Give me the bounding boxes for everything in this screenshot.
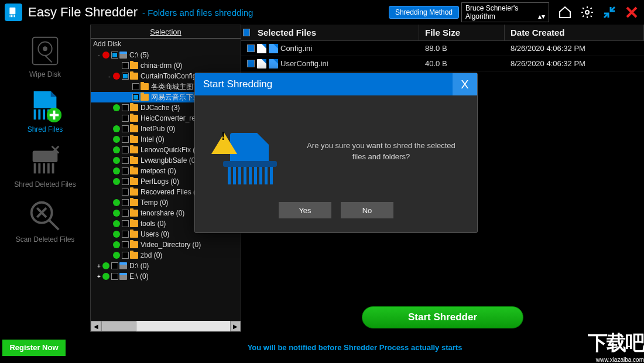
tree-checkbox[interactable] [111, 52, 118, 59]
select-all-checkbox[interactable] [241, 25, 252, 40]
expander-icon[interactable] [106, 231, 113, 238]
settings-gear-icon[interactable] [580, 5, 595, 20]
dialog-no-button[interactable]: No [341, 202, 393, 218]
scroll-thumb[interactable] [101, 321, 136, 331]
tree-row[interactable]: Video_Directory (0) [91, 239, 241, 250]
algorithm-select[interactable]: Bruce Schneier's Algorithm ▴▾ [461, 2, 549, 22]
file-row[interactable]: Config.ini88.0 B8/26/2020 4:06:32 PM [241, 41, 644, 56]
tree-row[interactable]: zbd (0) [91, 250, 241, 261]
tree-label: LenovoQuickFix (0) [141, 146, 201, 154]
folder-icon [130, 189, 138, 196]
close-icon[interactable] [624, 5, 639, 20]
dialog-close-button[interactable]: X [453, 73, 477, 95]
dialog-warning-shred-icon: ! [210, 119, 286, 183]
nav-shred-files[interactable]: Shred Files [0, 87, 90, 133]
expander-icon[interactable] [106, 199, 113, 206]
tree-h-scrollbar[interactable]: ◀ ▶ [91, 321, 241, 331]
expander-icon[interactable]: - [106, 73, 113, 80]
tree-checkbox[interactable] [122, 189, 129, 196]
file-row[interactable]: UserConfig.ini40.0 B8/26/2020 4:06:32 PM [241, 56, 644, 71]
expander-icon[interactable] [106, 252, 113, 259]
svg-rect-16 [33, 151, 58, 162]
scroll-right-icon[interactable]: ▶ [230, 321, 241, 331]
expander-icon[interactable] [106, 157, 113, 164]
status-dot-icon [113, 157, 120, 164]
expander-icon[interactable] [117, 94, 124, 101]
start-shredder-button[interactable]: Start Shredder [362, 306, 523, 328]
expander-icon[interactable] [106, 104, 113, 111]
tree-checkbox[interactable] [132, 83, 139, 90]
app-title: Easy File Shredder [28, 5, 138, 20]
expander-icon[interactable] [106, 146, 113, 153]
minimize-icon[interactable] [602, 5, 617, 20]
shredding-method-button[interactable]: Shredding Method [389, 6, 459, 19]
tree-checkbox[interactable] [122, 125, 129, 132]
tree-row[interactable]: china-drm (0) [91, 60, 241, 71]
expander-icon[interactable] [106, 178, 113, 185]
file-icon [257, 59, 266, 69]
expander-icon[interactable] [106, 136, 113, 143]
tree-checkbox[interactable] [122, 146, 129, 153]
col-file-size[interactable]: File Size [419, 25, 505, 40]
expander-icon[interactable]: + [95, 262, 102, 269]
wipe-disk-icon [0, 32, 90, 70]
expander-icon[interactable] [117, 83, 124, 90]
scroll-track[interactable] [101, 321, 230, 331]
expander-icon[interactable]: - [95, 52, 102, 59]
tree-checkbox[interactable] [122, 136, 129, 143]
tree-checkbox[interactable] [132, 94, 139, 101]
tree-checkbox[interactable] [122, 104, 129, 111]
status-dot-icon [102, 262, 109, 269]
svg-line-9 [45, 56, 52, 63]
nav-scan-deleted[interactable]: Scan Deleted Files [0, 197, 90, 244]
shred-files-icon [0, 87, 90, 125]
tree-checkbox[interactable] [122, 252, 129, 259]
tree-checkbox[interactable] [122, 231, 129, 238]
home-icon[interactable] [557, 5, 573, 20]
tree-row[interactable]: +D:\ (0) [91, 261, 241, 271]
nav-shred-deleted[interactable]: Shred Deleted Files [0, 142, 90, 189]
tree-checkbox[interactable] [122, 210, 129, 217]
tree-checkbox[interactable] [122, 115, 129, 122]
tree-checkbox[interactable] [122, 241, 129, 248]
tree-checkbox[interactable] [122, 62, 129, 69]
dialog-yes-button[interactable]: Yes [279, 202, 331, 218]
expander-icon[interactable] [106, 115, 113, 122]
tree-row[interactable]: -C:\ (5) [91, 50, 241, 60]
expander-icon[interactable] [106, 167, 113, 174]
watermark-text: 下载吧 [588, 331, 644, 354]
updown-icon: ▴▾ [538, 12, 545, 20]
expander-icon[interactable] [106, 62, 113, 69]
tree-checkbox[interactable] [111, 273, 118, 280]
folder-icon [141, 83, 149, 90]
expander-icon[interactable] [106, 220, 113, 227]
tree-checkbox[interactable] [122, 178, 129, 185]
expander-icon[interactable] [106, 210, 113, 217]
expander-icon[interactable] [106, 189, 113, 196]
tree-checkbox[interactable] [122, 199, 129, 206]
expander-icon[interactable] [106, 125, 113, 132]
nav-wipe-disk[interactable]: Wipe Disk [0, 32, 90, 78]
scroll-left-icon[interactable]: ◀ [91, 321, 101, 331]
app-subtitle: - Folders and files shredding [142, 8, 253, 18]
file-size: 88.0 B [419, 44, 505, 53]
register-now-button[interactable]: Register Now [2, 340, 66, 356]
file-checkbox[interactable] [247, 44, 255, 52]
col-date-created[interactable]: Date Created [505, 25, 644, 40]
tree-checkbox[interactable] [122, 167, 129, 174]
tree-checkbox[interactable] [122, 220, 129, 227]
tree-header[interactable]: Selection [91, 25, 241, 39]
status-dot-icon [113, 167, 120, 174]
expander-icon[interactable]: + [95, 273, 102, 280]
tree-row[interactable]: +E:\ (0) [91, 271, 241, 282]
col-selected-files[interactable]: Selected Files [252, 25, 419, 40]
footer-bar: Register Now You will be notified before… [0, 332, 644, 363]
expander-icon[interactable] [106, 241, 113, 248]
file-checkbox[interactable] [247, 60, 255, 67]
tree-checkbox[interactable] [111, 262, 118, 269]
app-logo-icon [5, 4, 22, 21]
tree-checkbox[interactable] [122, 157, 129, 164]
nav-label: Shred Files [0, 125, 90, 133]
add-disk-label[interactable]: Add Disk [91, 39, 241, 49]
tree-checkbox[interactable] [122, 73, 129, 80]
